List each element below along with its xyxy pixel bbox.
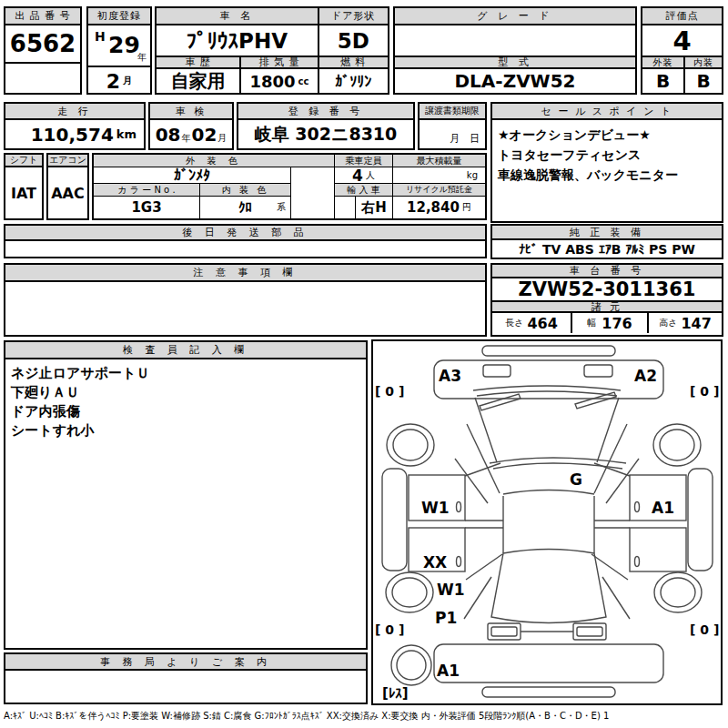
transfer-deadline-value: 月 日 [420,120,485,148]
shaken-box: 車 検 08 年 02 月 [148,102,234,150]
registration-number-value: 岐阜 302ニ8310 [238,120,413,148]
cowl-line [473,386,621,390]
rear-bumper-strip [482,687,615,697]
wheel-rear-left-inner [392,578,427,607]
spec-height: 高さ 147 [647,313,722,333]
inspector-note-line: シートすれ小 [11,421,360,440]
history-header: 車 歴 [157,56,239,69]
color-no-header: カ ラ ー N o . [94,184,200,197]
import-car-header: 輸 入 車 [335,184,393,197]
import-car-value: 右H [335,197,393,218]
spare-tire-inner [397,651,426,680]
sales-point-line: トヨタセーフティセンス [498,145,716,165]
tire-depth-front-left: [ 0 ] [375,384,404,399]
specs-row: 長さ 464 幅 176 高さ 147 [492,313,722,333]
factory-equipment-header: 純 正 装 備 [492,226,722,240]
c-pillar-left [464,577,491,619]
capacity-value: 4 人 [335,167,393,184]
door-top-line-right [594,463,630,476]
spare-tire-label: [ﾚｽ] [382,685,409,702]
color-spec-grid: 外 装 色 乗車定員 最大積載量 ｶﾞﾝﾒﾀ 4 人 kg カ ラ ー N o … [92,153,487,220]
taillight-left-inner [491,627,517,636]
max-load-header: 最大積載量 [393,155,485,167]
mileage-header: 走 行 [5,104,144,120]
damage-label-hood-right: A2 [634,367,657,385]
door-shape-header: ドア形状 [318,8,388,25]
sales-points-box: セ ー ル ス ポ イ ン ト ★オークションデビュー★ トヨタセーフティセンス… [490,102,723,223]
windshield-bottom [490,458,626,463]
transfer-deadline-box: 譲渡書類期限 月 日 [418,102,487,150]
sales-points-header: セ ー ル ス ポ イ ン ト [492,104,722,120]
later-shipped-parts-box: 後 日 発 送 部 品 [4,224,487,258]
mileage-box: 走 行 110,574 km [4,102,146,150]
fuel-value: ｶﾞｿﾘﾝ [318,69,388,93]
caution-box: 注 意 事 項 欄 [4,263,487,337]
door-handle [457,557,461,567]
era-code: H [95,29,106,44]
color-no-value: 1G3 [94,197,200,218]
displacement-unit: cc [298,76,309,86]
inspector-note-line: ドア内張傷 [11,402,360,421]
vehicle-name-box: 車 名 ドア形状 ﾌﾟﾘｳｽPHV 5D 車 歴 排 気 量 燃 料 自家用 1… [155,6,389,95]
door-handle [635,557,640,567]
shaken-header: 車 検 [150,104,232,120]
car-diagram-svg: A3 A2 [ 0 ] [ 0 ] G W1 A1 XX W1 P1 [ 0 ]… [373,341,721,703]
displacement-header: 排 気 量 [239,56,317,69]
score-value: 4 [642,25,722,56]
first-registration-month: 2 月 [88,67,150,95]
wheel-front-right-inner [660,430,694,460]
exterior-color-header: 外 装 色 [94,155,335,167]
taillight-right-inner [577,627,602,636]
transfer-deadline-header: 譲渡書類期限 [420,104,485,120]
auction-sheet: 出 品 番 号 6562 初度登録 H 29 年 2 月 車 名 ドア形状 ﾌﾟ… [0,0,728,728]
reg-month: 2 [106,70,120,93]
windshield-edge-right [597,398,619,462]
lot-number-value: 6562 [5,25,80,64]
damage-label-hood-left: A3 [439,367,461,385]
model-code-value: DLA-ZVW52 [395,69,635,93]
roof-front-edge [503,490,594,495]
wheel-front-left [387,424,434,466]
sales-points-content: ★オークションデビュー★ トヨタセーフティセンス 車線逸脱警報、バックモニター [492,120,722,189]
tire-depth-rear-right: [ 0 ] [690,622,719,637]
wheel-front-right [653,424,701,466]
door-handle [635,502,640,512]
exterior-grade-value: B [642,69,683,93]
damage-label-pillar-left: P1 [435,609,457,627]
car-damage-diagram-box: A3 A2 [ 0 ] [ 0 ] G W1 A1 XX W1 P1 [ 0 ]… [371,339,723,705]
tire-depth-rear-left: [ 0 ] [375,622,404,637]
empty-strip-cell [291,167,335,218]
score-header: 評価点 [642,8,722,25]
registration-number-header: 登 録 番 号 [238,104,413,120]
reg-year: 29 [108,32,140,58]
registration-number-box: 登 録 番 号 岐阜 302ニ8310 [237,102,415,150]
specs-header: 諸 元 [492,300,722,313]
model-code-header: 型 式 [395,56,635,69]
exterior-grade-header: 外装 [642,56,683,69]
score-box: 評価点 4 外装 内装 B B [641,6,723,95]
a-pillar-left [455,459,488,503]
cowl-line [477,391,617,396]
lot-number-extra-cell [5,64,80,91]
year-unit: 年 [137,51,147,64]
rocker-panel-left [382,469,407,571]
vehicle-name-value: ﾌﾟﾘｳｽPHV [157,25,318,56]
grade-header: グ レ ー ド [395,8,635,25]
history-value: 自家用 [157,69,239,93]
interior-color-header: 内 装 色 [200,184,291,197]
inspector-notes-header: 検 査 員 記 入 欄 [5,342,366,359]
lot-number-box: 出 品 番 号 6562 [4,6,82,95]
damage-label-quarter-left: W1 [437,581,465,599]
inspector-notes-content: ネジ止ロアサポートＵ 下廻りＡＵ ドア内張傷 シートすれ小 [5,359,366,445]
aircon-header: エアコン [48,155,87,167]
a-pillar-left [467,424,500,493]
front-bumper-strip [482,346,615,356]
inspector-note-line: ネジ止ロアサポートＵ [11,364,360,383]
damage-code-legend: A:ｷｽﾞ U:ﾍｺﾐ B:ｷｽﾞを伴うﾍｺﾐ P:要塗装 W:補修跡 S:錆 … [4,710,726,723]
first-registration-box: 初度登録 H 29 年 2 月 [86,6,152,95]
fuel-header: 燃 料 [318,56,388,69]
damage-label-glass: G [570,470,582,489]
damage-label-front-door-right: A1 [652,499,674,517]
damage-label-front-door-left: W1 [421,499,450,517]
grade-box: グ レ ー ド 型 式 DLA-ZVW52 [393,6,637,95]
